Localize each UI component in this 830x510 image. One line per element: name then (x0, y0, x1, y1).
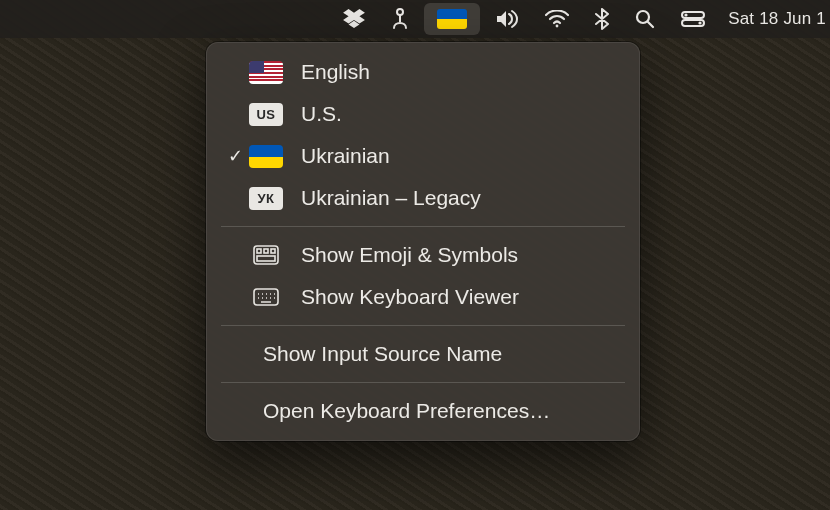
input-source-menubar-item[interactable] (424, 3, 480, 35)
spotlight-icon[interactable] (622, 0, 668, 38)
menu-bar: Sat 18 Jun 1 (0, 0, 830, 38)
show-keyboard-viewer[interactable]: Show Keyboard Viewer (207, 276, 639, 318)
input-source-us[interactable]: US U.S. (207, 93, 639, 135)
menu-item-label: English (301, 60, 370, 84)
svg-rect-9 (264, 249, 268, 253)
show-input-source-name[interactable]: Show Input Source Name (207, 333, 639, 375)
ukraine-flag-icon (249, 145, 283, 168)
input-source-ukrainian[interactable]: ✓ Ukrainian (207, 135, 639, 177)
separator (221, 325, 625, 326)
checkmark-icon: ✓ (221, 145, 249, 167)
input-source-english[interactable]: English (207, 51, 639, 93)
menu-item-label: Show Emoji & Symbols (301, 243, 518, 267)
ukraine-flag-icon (437, 9, 467, 29)
us-badge-icon: US (249, 103, 283, 126)
svg-point-4 (685, 13, 688, 16)
menu-item-label: Ukrainian (301, 144, 390, 168)
svg-point-1 (556, 25, 559, 28)
uk-badge-icon: УК (249, 187, 283, 210)
joystick-icon[interactable] (378, 0, 422, 38)
menu-item-label: U.S. (301, 102, 342, 126)
character-viewer-icon (249, 244, 283, 267)
svg-point-0 (397, 9, 403, 15)
control-center-icon[interactable] (668, 0, 718, 38)
wifi-icon[interactable] (532, 0, 582, 38)
svg-point-6 (699, 21, 702, 24)
menu-item-label: Open Keyboard Preferences… (263, 399, 550, 423)
separator (221, 382, 625, 383)
menu-item-label: Show Input Source Name (263, 342, 502, 366)
menubar-clock[interactable]: Sat 18 Jun 1 (718, 0, 826, 38)
separator (221, 226, 625, 227)
svg-rect-8 (257, 249, 261, 253)
volume-icon[interactable] (482, 0, 532, 38)
input-source-ukrainian-legacy[interactable]: УК Ukrainian – Legacy (207, 177, 639, 219)
open-keyboard-preferences[interactable]: Open Keyboard Preferences… (207, 390, 639, 432)
bluetooth-icon[interactable] (582, 0, 622, 38)
svg-rect-11 (257, 256, 275, 261)
show-emoji-symbols[interactable]: Show Emoji & Symbols (207, 234, 639, 276)
dropbox-icon[interactable] (330, 0, 378, 38)
svg-point-2 (637, 11, 649, 23)
svg-rect-10 (271, 249, 275, 253)
keyboard-icon (249, 286, 283, 309)
us-flag-icon (249, 61, 283, 84)
menu-item-label: Show Keyboard Viewer (301, 285, 519, 309)
input-source-menu: English US U.S. ✓ Ukrainian УК Ukrainian… (206, 42, 640, 441)
menu-item-label: Ukrainian – Legacy (301, 186, 481, 210)
